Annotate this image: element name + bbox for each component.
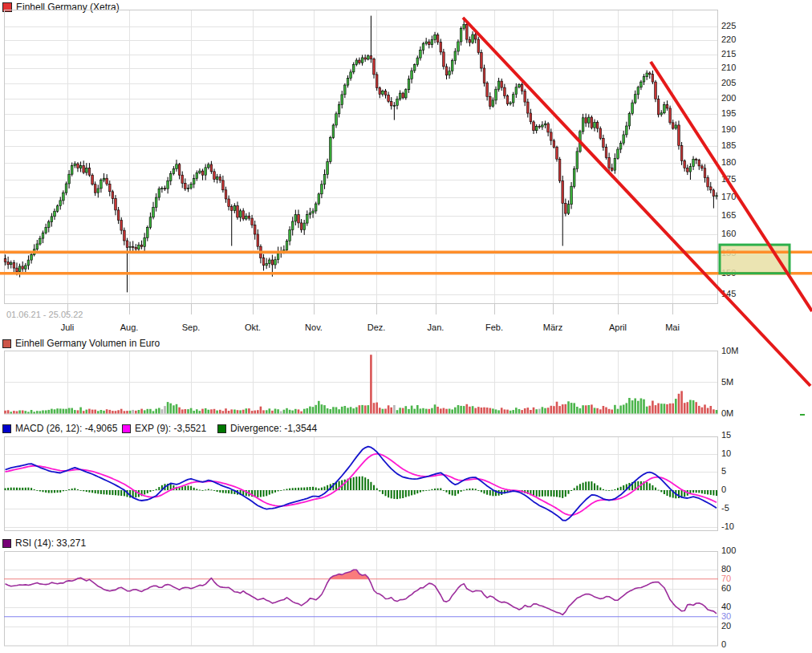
rsi-tick-label: 70 — [721, 574, 731, 583]
price-tick-label: 205 — [721, 78, 736, 87]
volume-title: Einhell Germany Volumen in Euro — [15, 338, 160, 349]
price-tick-label: 175 — [721, 174, 736, 184]
rsi-panel-header: RSI (14): 33,271 — [2, 537, 86, 549]
price-panel-header: Einhell Germany (Xetra) — [2, 2, 120, 13]
price-tick-label: 220 — [721, 34, 736, 44]
price-tick-label: 150 — [721, 268, 736, 278]
price-tick-label: 160 — [721, 229, 736, 238]
month-label: Juli — [43, 322, 91, 332]
rsi-tick-label: 100 — [721, 546, 736, 555]
volume-tick-label: 5M — [721, 377, 733, 387]
macd-tick-label: 0 — [721, 485, 726, 494]
price-tick-label: 155 — [721, 248, 736, 258]
exp-legend-item: EXP (9): -3,5521 — [122, 423, 206, 434]
macd-tick-label: -5 — [721, 503, 729, 513]
month-label: Mai — [648, 322, 696, 332]
month-label: Sep. — [167, 322, 215, 332]
macd-legend: MACD (26, 12): -4,9065 EXP (9): -3,5521 … — [0, 423, 812, 434]
price-tick-label: 195 — [721, 108, 736, 118]
price-tick-label: 185 — [721, 140, 736, 150]
macd-legend-item: MACD (26, 12): -4,9065 — [2, 423, 117, 434]
macd-tick-label: 15 — [721, 430, 731, 440]
exp-series-icon — [122, 424, 131, 433]
price-tick-label: 210 — [721, 63, 736, 72]
price-tick-label: 145 — [721, 289, 736, 298]
month-label: Feb. — [470, 322, 518, 332]
macd-tick-label: 5 — [721, 466, 726, 476]
rsi-tick-label: 60 — [721, 583, 731, 593]
rsi-tick-label: 0 — [721, 639, 726, 649]
macd-series-icon — [2, 424, 11, 433]
volume-tick-label: 0M — [721, 408, 733, 418]
price-tick-label: 170 — [721, 192, 736, 201]
macd-tick-label: -10 — [721, 521, 734, 531]
rsi-tick-label: 40 — [721, 602, 731, 611]
month-label: März — [529, 322, 577, 332]
price-tick-label: 190 — [721, 124, 736, 134]
exp-legend-label: EXP (9): -3,5521 — [135, 423, 206, 434]
month-label: Aug. — [105, 322, 153, 332]
divergence-legend-label: Divergence: -1,3544 — [230, 423, 317, 434]
price-series-icon — [2, 2, 12, 12]
rsi-tick-label: 80 — [721, 564, 731, 574]
month-label: Dez. — [352, 322, 400, 332]
price-tick-label: 215 — [721, 49, 736, 59]
price-tick-label: 200 — [721, 93, 736, 103]
divergence-series-icon — [217, 424, 226, 433]
date-range-label: 01.06.21 - 25.05.22 — [6, 310, 83, 319]
chart-title: Einhell Germany (Xetra) — [16, 2, 120, 13]
macd-legend-label: MACD (26, 12): -4,9065 — [15, 423, 117, 434]
divergence-legend-item: Divergence: -1,3544 — [217, 423, 317, 434]
price-tick-label: 225 — [721, 21, 736, 30]
chart-root: Einhell Germany (Xetra) 01.06.21 - 25.05… — [0, 0, 812, 653]
rsi-tick-label: 30 — [721, 611, 731, 621]
rsi-tick-label: 20 — [721, 621, 731, 631]
volume-panel-header: Einhell Germany Volumen in Euro — [2, 338, 160, 349]
rsi-series-icon — [2, 539, 11, 548]
price-tick-label: 165 — [721, 210, 736, 220]
volume-series-icon — [2, 339, 11, 348]
price-tick-label: 180 — [721, 157, 736, 167]
month-label: April — [594, 322, 642, 332]
rsi-title: RSI (14): 33,271 — [15, 537, 86, 549]
month-label: Nov. — [290, 322, 338, 332]
macd-tick-label: 10 — [721, 448, 731, 458]
volume-tick-label: 10M — [721, 346, 738, 355]
month-label: Jan. — [412, 322, 460, 332]
month-label: Okt. — [229, 322, 277, 332]
